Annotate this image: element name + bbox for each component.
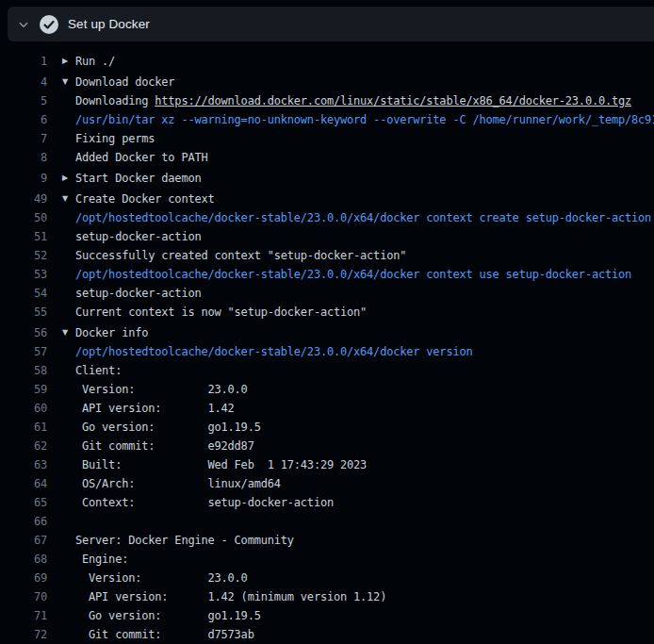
line-number[interactable]: 60 bbox=[0, 399, 47, 418]
log-line: 65 Context: setup-docker-action bbox=[0, 493, 654, 512]
log-text: Start Docker daemon bbox=[75, 169, 201, 188]
log-text: Download docker bbox=[75, 73, 174, 91]
log-text-segment: /opt/hostedtoolcache/docker-stable/23.0.… bbox=[75, 211, 654, 224]
log-line: 5Downloading https://download.docker.com… bbox=[0, 91, 654, 110]
line-number[interactable]: 1 bbox=[0, 52, 47, 71]
line-number[interactable]: 7 bbox=[0, 129, 47, 148]
log-line: 67Server: Docker Engine - Community bbox=[0, 531, 654, 550]
log-text-segment: API version: 1.42 bbox=[75, 402, 235, 415]
log-group-row[interactable]: 9▶Start Docker daemon bbox=[0, 169, 654, 188]
log-text-segment: Version: 23.0.0 bbox=[75, 383, 248, 396]
line-number[interactable]: 59 bbox=[0, 380, 47, 399]
log-link[interactable]: https://download.docker.com/linux/static… bbox=[155, 94, 631, 107]
line-number[interactable]: 65 bbox=[0, 493, 47, 512]
log-text: Successfully created context "setup-dock… bbox=[75, 246, 406, 265]
line-number[interactable]: 71 bbox=[0, 606, 47, 625]
log-line: 7Fixing perms bbox=[0, 129, 654, 148]
log-text-segment: Server: Docker Engine - Community bbox=[75, 534, 294, 547]
log-text: Git commit: d7573ab bbox=[75, 625, 254, 644]
log-line: 69 Version: 23.0.0 bbox=[0, 569, 654, 587]
log-text: Go version: go1.19.5 bbox=[75, 418, 261, 437]
log-text-segment: Client: bbox=[75, 364, 122, 377]
line-number[interactable]: 52 bbox=[0, 246, 47, 265]
line-number[interactable]: 54 bbox=[0, 284, 47, 303]
log-text-segment: Docker info bbox=[75, 326, 148, 339]
log-text-segment: Added Docker to PATH bbox=[75, 151, 208, 164]
line-number[interactable]: 64 bbox=[0, 474, 47, 493]
line-number[interactable]: 72 bbox=[0, 625, 47, 644]
log-text-segment: /usr/bin/tar xz --warning=no-unknown-key… bbox=[75, 113, 654, 126]
line-number[interactable]: 67 bbox=[0, 531, 47, 550]
line-number[interactable]: 68 bbox=[0, 550, 47, 569]
log-line: 63 Built: Wed Feb 1 17:43:29 2023 bbox=[0, 455, 654, 474]
log-text: OS/Arch: linux/amd64 bbox=[75, 474, 281, 493]
log-text-segment: API version: 1.42 (minimum version 1.12) bbox=[75, 590, 386, 603]
line-number[interactable]: 70 bbox=[0, 587, 47, 606]
chevron-down-icon[interactable] bbox=[17, 18, 30, 31]
log-line: 53/opt/hostedtoolcache/docker-stable/23.… bbox=[0, 265, 654, 284]
log-text-segment: /opt/hostedtoolcache/docker-stable/23.0.… bbox=[75, 268, 631, 281]
log-text-segment: Successfully created context "setup-dock… bbox=[75, 249, 406, 262]
log-text: API version: 1.42 bbox=[75, 399, 235, 418]
log-group-row[interactable]: 4▼Download docker bbox=[0, 73, 654, 91]
log-text-segment: Start Docker daemon bbox=[75, 172, 201, 185]
line-number[interactable]: 9 bbox=[0, 169, 47, 188]
log-text: Git commit: e92dd87 bbox=[75, 437, 254, 455]
step-header[interactable]: Set up Docker bbox=[8, 7, 654, 41]
log-text: Current context is now "setup-docker-act… bbox=[75, 303, 367, 322]
actions-log-panel: Set up Docker 1▶Run ./4▼Download docker5… bbox=[0, 0, 654, 644]
log-text-segment: Version: 23.0.0 bbox=[75, 571, 248, 585]
log-text: Server: Docker Engine - Community bbox=[75, 531, 294, 550]
line-number[interactable]: 8 bbox=[0, 148, 47, 167]
log-group-row[interactable]: 1▶Run ./ bbox=[0, 52, 654, 71]
log-line: 72 Git commit: d7573ab bbox=[0, 625, 654, 644]
log-command-text: /usr/bin/tar xz --warning=no-unknown-key… bbox=[75, 110, 654, 129]
log-line: 62 Git commit: e92dd87 bbox=[0, 437, 654, 455]
log-text-segment: Context: setup-docker-action bbox=[75, 496, 334, 509]
line-number[interactable]: 55 bbox=[0, 303, 47, 322]
triangle-right-icon[interactable]: ▶ bbox=[62, 169, 74, 188]
line-number[interactable]: 57 bbox=[0, 342, 47, 361]
log-text: Client: bbox=[75, 361, 122, 380]
log-group-row[interactable]: 56▼Docker info bbox=[0, 323, 654, 342]
log-command-text: /opt/hostedtoolcache/docker-stable/23.0.… bbox=[75, 342, 472, 361]
line-number[interactable]: 63 bbox=[0, 455, 47, 474]
log-line: 68 Engine: bbox=[0, 550, 654, 569]
log-line: 64 OS/Arch: linux/amd64 bbox=[0, 474, 654, 493]
line-number[interactable]: 66 bbox=[0, 512, 47, 531]
line-number[interactable]: 58 bbox=[0, 361, 47, 380]
log-line: 51setup-docker-action bbox=[0, 227, 654, 246]
line-number[interactable]: 53 bbox=[0, 265, 47, 284]
log-line: 58Client: bbox=[0, 361, 654, 380]
triangle-down-icon[interactable]: ▼ bbox=[62, 190, 74, 208]
log-line: 66 bbox=[0, 512, 654, 531]
line-number[interactable]: 62 bbox=[0, 437, 47, 455]
log-text: Version: 23.0.0 bbox=[75, 380, 248, 399]
triangle-down-icon[interactable]: ▼ bbox=[62, 323, 74, 342]
line-number[interactable]: 4 bbox=[0, 73, 47, 91]
line-number[interactable]: 56 bbox=[0, 323, 47, 342]
log-text-segment: Git commit: e92dd87 bbox=[75, 439, 254, 453]
line-number[interactable]: 5 bbox=[0, 91, 47, 110]
log-line: 50/opt/hostedtoolcache/docker-stable/23.… bbox=[0, 208, 654, 227]
log-text: Version: 23.0.0 bbox=[75, 569, 248, 587]
log-line: 59 Version: 23.0.0 bbox=[0, 380, 654, 399]
line-number[interactable]: 50 bbox=[0, 208, 47, 227]
log-text: setup-docker-action bbox=[75, 284, 201, 303]
line-number[interactable]: 69 bbox=[0, 569, 47, 587]
line-number[interactable]: 6 bbox=[0, 110, 47, 129]
triangle-right-icon[interactable]: ▶ bbox=[62, 52, 74, 71]
log-text: Added Docker to PATH bbox=[75, 148, 208, 167]
line-number[interactable]: 51 bbox=[0, 227, 47, 246]
log-text: API version: 1.42 (minimum version 1.12) bbox=[75, 587, 386, 606]
log-lines: 1▶Run ./4▼Download docker5Downloading ht… bbox=[0, 41, 654, 644]
log-group-row[interactable]: 49▼Create Docker context bbox=[0, 190, 654, 208]
log-text-segment: Current context is now "setup-docker-act… bbox=[75, 305, 367, 319]
log-command-text: /opt/hostedtoolcache/docker-stable/23.0.… bbox=[75, 265, 631, 284]
line-number[interactable]: 49 bbox=[0, 190, 47, 208]
log-text: Built: Wed Feb 1 17:43:29 2023 bbox=[75, 455, 367, 474]
log-text-segment: Create Docker context bbox=[75, 192, 215, 206]
line-number[interactable]: 61 bbox=[0, 418, 47, 437]
log-text: Engine: bbox=[75, 550, 128, 569]
triangle-down-icon[interactable]: ▼ bbox=[62, 73, 74, 91]
